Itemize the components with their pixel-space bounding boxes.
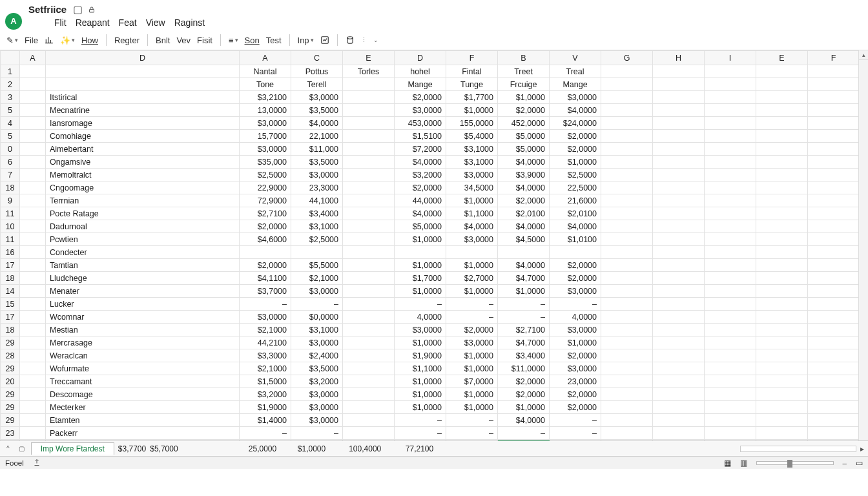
cell[interactable] bbox=[808, 414, 860, 427]
cell[interactable]: 44,0000 bbox=[395, 194, 446, 207]
cell[interactable] bbox=[653, 324, 705, 336]
cell[interactable] bbox=[653, 207, 705, 220]
cell[interactable]: $2,0100 bbox=[498, 207, 550, 220]
cell-label[interactable]: Lucker bbox=[46, 298, 240, 311]
cell[interactable] bbox=[808, 336, 860, 349]
cell-label[interactable]: Memoltralct bbox=[46, 169, 240, 181]
cell[interactable] bbox=[653, 362, 705, 375]
cell[interactable] bbox=[20, 336, 46, 349]
cell[interactable] bbox=[705, 207, 756, 220]
cell[interactable]: $2,1000 bbox=[240, 362, 291, 375]
cell[interactable] bbox=[808, 375, 860, 388]
cell[interactable] bbox=[601, 272, 653, 285]
cell[interactable] bbox=[653, 91, 705, 104]
cell[interactable]: 452,0000 bbox=[498, 117, 550, 130]
cell[interactable] bbox=[20, 414, 46, 427]
cell[interactable]: $1,0000 bbox=[395, 259, 446, 272]
cell[interactable] bbox=[601, 233, 653, 246]
cell[interactable]: 44,1000 bbox=[291, 194, 343, 207]
row-header[interactable]: 23 bbox=[1, 427, 20, 440]
cell[interactable] bbox=[808, 427, 860, 440]
row-header[interactable]: 29 bbox=[1, 362, 20, 375]
cell[interactable]: $5,4000 bbox=[446, 130, 498, 143]
tab-nav-prev[interactable]: ▢ bbox=[16, 445, 27, 452]
cell[interactable]: Treet bbox=[498, 65, 550, 78]
cell[interactable]: $1,0000 bbox=[550, 336, 601, 349]
toolbar-fisit[interactable]: Fisit bbox=[197, 36, 212, 45]
cell[interactable] bbox=[705, 375, 756, 388]
cell[interactable]: $2,0000 bbox=[446, 324, 498, 336]
cell[interactable] bbox=[601, 156, 653, 169]
row-header[interactable]: 18 bbox=[1, 181, 20, 194]
cell[interactable] bbox=[20, 272, 46, 285]
row-header[interactable]: 1 bbox=[1, 65, 20, 78]
row-header[interactable]: 15 bbox=[1, 298, 20, 311]
cell[interactable] bbox=[756, 91, 808, 104]
cell[interactable]: $4,0000 bbox=[550, 220, 601, 233]
cell[interactable]: $2,0000 bbox=[498, 194, 550, 207]
cell[interactable]: $5,0000 bbox=[498, 143, 550, 156]
cell[interactable] bbox=[808, 401, 860, 414]
cell[interactable] bbox=[601, 324, 653, 336]
cell[interactable]: $3,5000 bbox=[291, 156, 343, 169]
cell[interactable]: Fintal bbox=[446, 65, 498, 78]
cell[interactable]: $3,0000 bbox=[240, 143, 291, 156]
col-header[interactable]: B bbox=[498, 51, 550, 65]
cell[interactable] bbox=[343, 311, 395, 324]
cell[interactable] bbox=[343, 246, 395, 259]
cell[interactable] bbox=[343, 401, 395, 414]
cell[interactable] bbox=[343, 220, 395, 233]
cell[interactable]: $3,5000 bbox=[291, 362, 343, 375]
cell[interactable] bbox=[653, 388, 705, 401]
cell[interactable] bbox=[705, 349, 756, 362]
cell[interactable] bbox=[808, 272, 860, 285]
cell[interactable] bbox=[808, 143, 860, 156]
row-header[interactable]: 29 bbox=[1, 336, 20, 349]
cell[interactable]: 23,0000 bbox=[550, 375, 601, 388]
cell[interactable]: $7,0000 bbox=[446, 375, 498, 388]
cell[interactable] bbox=[20, 311, 46, 324]
cell[interactable] bbox=[808, 104, 860, 117]
cell[interactable]: – bbox=[498, 427, 550, 440]
cell[interactable] bbox=[343, 181, 395, 194]
cell[interactable]: $3,0000 bbox=[291, 336, 343, 349]
cell[interactable] bbox=[46, 78, 240, 91]
cell[interactable] bbox=[343, 285, 395, 298]
cell[interactable]: $3,4000 bbox=[291, 207, 343, 220]
cell[interactable] bbox=[601, 169, 653, 181]
cell[interactable]: $1,0000 bbox=[498, 285, 550, 298]
cell[interactable]: $2,1000 bbox=[240, 324, 291, 336]
cell[interactable]: 13,0000 bbox=[240, 104, 291, 117]
cell[interactable]: $7,2000 bbox=[395, 143, 446, 156]
cell[interactable]: $4,0000 bbox=[498, 220, 550, 233]
cell[interactable]: 23,3000 bbox=[291, 181, 343, 194]
cell[interactable] bbox=[343, 169, 395, 181]
cell-label[interactable]: Cngoomage bbox=[46, 181, 240, 194]
row-header[interactable]: 5 bbox=[1, 104, 20, 117]
cell[interactable]: 22,1000 bbox=[291, 130, 343, 143]
cell[interactable] bbox=[343, 117, 395, 130]
toolbar-file[interactable]: File bbox=[25, 36, 38, 45]
toolbar-wand-icon[interactable]: ✨▾ bbox=[60, 36, 75, 45]
cell[interactable]: – bbox=[395, 427, 446, 440]
cell[interactable]: 4,0000 bbox=[395, 311, 446, 324]
cell[interactable] bbox=[343, 104, 395, 117]
cell[interactable]: Pottus bbox=[291, 65, 343, 78]
cell[interactable] bbox=[705, 336, 756, 349]
cell[interactable]: $2,5000 bbox=[240, 169, 291, 181]
cell[interactable] bbox=[756, 143, 808, 156]
cell[interactable]: $2,0000 bbox=[498, 375, 550, 388]
cell-label[interactable]: Etamten bbox=[46, 414, 240, 427]
cell[interactable]: $4,0000 bbox=[446, 220, 498, 233]
cell[interactable] bbox=[20, 207, 46, 220]
cell[interactable] bbox=[653, 427, 705, 440]
row-header[interactable]: 17 bbox=[1, 259, 20, 272]
cell[interactable]: $35,000 bbox=[240, 156, 291, 169]
cell-label[interactable]: Pocte Ratage bbox=[46, 207, 240, 220]
cell[interactable] bbox=[20, 259, 46, 272]
cell[interactable] bbox=[601, 285, 653, 298]
col-header[interactable]: A bbox=[20, 51, 46, 65]
cell[interactable] bbox=[240, 246, 291, 259]
cell[interactable] bbox=[343, 272, 395, 285]
cell[interactable] bbox=[756, 65, 808, 78]
